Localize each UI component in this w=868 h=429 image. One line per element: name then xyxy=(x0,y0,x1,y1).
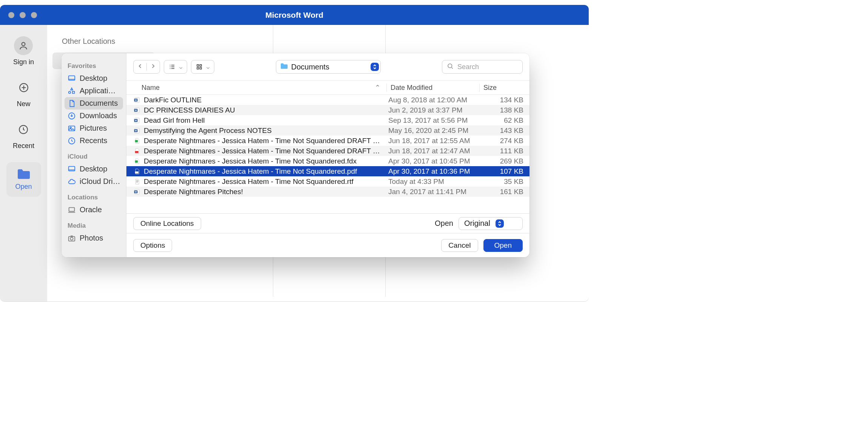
svg-text:W: W xyxy=(135,99,137,101)
icloud-heading: iCloud xyxy=(62,151,126,163)
file-row[interactable]: WDead Girl from HellSep 13, 2017 at 5:56… xyxy=(126,115,529,125)
open-mode-select[interactable]: Original xyxy=(459,217,523,230)
svg-rect-9 xyxy=(69,207,75,211)
sidebar-item-icloud-desktop[interactable]: Desktop xyxy=(62,163,126,175)
file-row[interactable]: WDC PRINCESS DIARIES AUJun 2, 2019 at 3:… xyxy=(126,105,529,115)
sidebar-item-downloads[interactable]: Downloads xyxy=(62,110,126,122)
rail-open[interactable]: Open xyxy=(6,162,41,197)
file-type-icon: W xyxy=(132,107,142,114)
rail-sign-in[interactable]: Sign in xyxy=(13,36,34,66)
svg-point-0 xyxy=(22,42,25,46)
file-type-icon xyxy=(132,148,142,154)
file-row[interactable]: Desperate Nightmares - Jessica Hatem - T… xyxy=(126,176,529,187)
svg-text:W: W xyxy=(135,109,137,111)
file-list[interactable]: WDarkFic OUTLINEAug 8, 2018 at 12:00 AM1… xyxy=(126,95,529,213)
file-name: DC PRINCESS DIARIES AU xyxy=(144,106,387,114)
file-row[interactable]: Desperate Nightmares - Jessica Hatem - T… xyxy=(126,156,529,166)
back-button[interactable] xyxy=(134,60,146,73)
titlebar: Microsoft Word xyxy=(0,5,589,25)
open-button[interactable]: Open xyxy=(483,239,523,252)
file-type-icon: W xyxy=(132,127,142,134)
file-row[interactable]: WDarkFic OUTLINEAug 8, 2018 at 12:00 AM1… xyxy=(126,95,529,105)
minimize-window-icon[interactable] xyxy=(20,12,26,18)
file-row[interactable]: Desperate Nightmares - Jessica Hatem - T… xyxy=(126,146,529,156)
file-name: Desperate Nightmares - Jessica Hatem - T… xyxy=(144,177,387,186)
file-date: Apr 30, 2017 at 10:36 PM xyxy=(387,167,480,176)
current-folder-label: Documents xyxy=(291,63,329,71)
view-grid-button[interactable]: ⌵ xyxy=(191,60,214,74)
desktop-icon xyxy=(68,165,76,173)
cancel-button[interactable]: Cancel xyxy=(441,239,478,252)
rail-label: Sign in xyxy=(13,58,34,66)
favorites-heading: Favorites xyxy=(62,60,126,72)
sidebar-item-label: Downloads xyxy=(80,111,117,120)
column-size[interactable]: Size xyxy=(480,84,529,92)
desktop-icon xyxy=(68,74,76,83)
view-list-button[interactable]: ⌵ xyxy=(164,60,187,74)
file-date: Aug 8, 2018 at 12:00 AM xyxy=(387,96,480,104)
sidebar-item-desktop[interactable]: Desktop xyxy=(62,72,126,85)
rail-new[interactable]: New xyxy=(14,78,33,108)
file-size: 35 KB xyxy=(480,177,529,186)
sidebar-item-label: Photos xyxy=(80,234,103,242)
rail-label: Recent xyxy=(13,142,34,150)
rail-recent[interactable]: Recent xyxy=(13,120,34,150)
button-label: Cancel xyxy=(448,241,471,250)
updown-icon xyxy=(371,63,379,71)
button-label: Open xyxy=(494,241,512,250)
sidebar-item-icloud-drive[interactable]: iCloud Dri… xyxy=(62,175,126,188)
folder-icon xyxy=(280,63,288,71)
svg-point-16 xyxy=(448,64,452,68)
svg-rect-13 xyxy=(200,65,202,66)
dialog-action-bar: Options Cancel Open xyxy=(126,233,529,257)
sidebar-item-photos[interactable]: Photos xyxy=(62,232,126,244)
cloud-icon xyxy=(68,177,76,186)
close-window-icon[interactable] xyxy=(8,12,14,18)
clock-icon xyxy=(14,120,33,139)
search-field[interactable] xyxy=(442,60,523,74)
svg-point-11 xyxy=(70,237,73,240)
sidebar-item-oracle[interactable]: Oracle xyxy=(62,204,126,216)
clock-icon xyxy=(68,137,76,145)
sidebar-item-applications[interactable]: Applicati… xyxy=(62,85,126,97)
file-row[interactable]: WDemystifying the Agent Process NOTESMay… xyxy=(126,125,529,136)
online-locations-button[interactable]: Online Locations xyxy=(133,217,201,230)
file-row[interactable]: Desperate Nightmares - Jessica Hatem - T… xyxy=(126,136,529,146)
file-size: 107 KB xyxy=(480,167,529,176)
file-type-icon: W xyxy=(132,117,142,124)
file-date: Jun 18, 2017 at 12:47 AM xyxy=(387,147,480,155)
sidebar-item-label: Desktop xyxy=(80,165,107,173)
current-folder-dropdown[interactable]: Documents xyxy=(276,60,381,74)
sidebar-item-label: Desktop xyxy=(80,74,107,83)
sidebar-item-recents[interactable]: Recents xyxy=(62,134,126,147)
file-name: Desperate Nightmares - Jessica Hatem - T… xyxy=(144,137,387,145)
file-size: 134 KB xyxy=(480,96,529,104)
forward-button[interactable] xyxy=(147,60,160,73)
file-type-icon xyxy=(132,158,142,165)
file-date: Jun 2, 2019 at 3:37 PM xyxy=(387,106,480,114)
file-size: 138 KB xyxy=(480,106,529,114)
file-size: 62 KB xyxy=(480,116,529,125)
folder-icon xyxy=(16,168,31,182)
file-row[interactable]: Desperate Nightmares - Jessica Hatem - T… xyxy=(126,166,529,176)
svg-rect-32 xyxy=(135,171,139,173)
sidebar-item-pictures[interactable]: Pictures xyxy=(62,122,126,134)
column-date-label: Date Modified xyxy=(391,84,432,91)
column-date[interactable]: Date Modified xyxy=(387,84,480,92)
file-type-icon xyxy=(132,137,142,144)
file-row[interactable]: WDesperate Nightmares Pitches!Jan 4, 201… xyxy=(126,187,529,197)
sidebar-item-label: Recents xyxy=(80,136,107,145)
column-size-label: Size xyxy=(483,84,497,91)
options-button[interactable]: Options xyxy=(133,239,172,252)
search-input[interactable] xyxy=(457,63,518,71)
svg-rect-3 xyxy=(69,76,75,80)
zoom-window-icon[interactable] xyxy=(31,12,37,18)
chevron-down-icon: ⌵ xyxy=(206,64,209,70)
file-name: DarkFic OUTLINE xyxy=(144,96,387,104)
sidebar-item-documents[interactable]: Documents xyxy=(65,97,123,110)
file-size: 143 KB xyxy=(480,127,529,135)
rail-label: New xyxy=(17,100,30,108)
camera-icon xyxy=(68,234,76,242)
dialog-toolbar: ⌵ ⌵ Documents xyxy=(126,53,529,80)
column-name[interactable]: Name ⌃ xyxy=(142,83,387,92)
